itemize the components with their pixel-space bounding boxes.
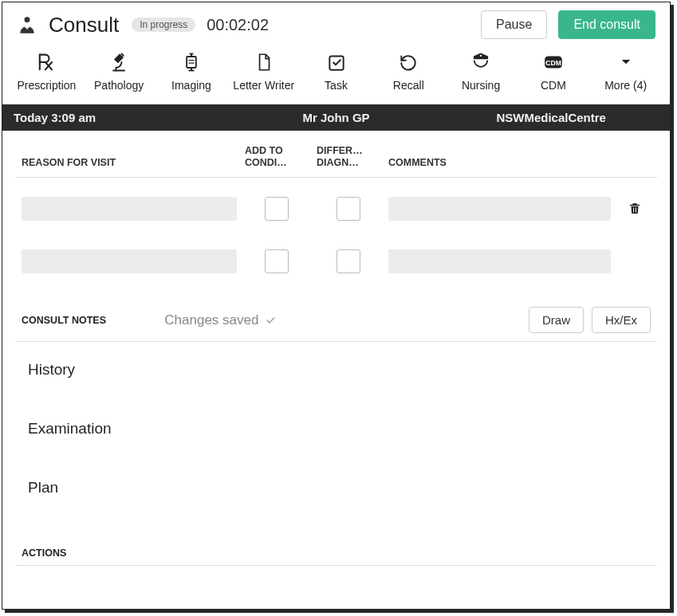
examination-field[interactable]: Examination [15, 401, 657, 460]
info-provider: Mr John GP [229, 111, 444, 124]
add-condition-checkbox[interactable] [265, 249, 289, 273]
add-condition-checkbox[interactable] [265, 197, 289, 221]
tool-more[interactable]: More (4) [589, 45, 662, 96]
microscope-icon [107, 50, 131, 74]
rx-icon [34, 50, 58, 74]
comments-input[interactable] [388, 249, 611, 273]
hx-ex-button[interactable]: Hx/Ex [592, 307, 651, 333]
cdm-icon: CDM [541, 50, 565, 74]
reason-input[interactable] [22, 249, 237, 273]
tool-label: Recall [393, 79, 424, 92]
delete-row-button[interactable] [619, 202, 651, 216]
rfv-body [15, 178, 657, 288]
tool-nursing[interactable]: Nursing [445, 45, 518, 96]
rfv-header-row: REASON FOR VISIT ADD TO CONDI… DIFFER… D… [15, 131, 657, 178]
info-time: Today 3:09 am [14, 111, 229, 124]
rfv-col-add: ADD TO CONDI… [245, 145, 309, 169]
diff-diagnosis-checkbox[interactable] [337, 249, 360, 273]
end-consult-button[interactable]: End consult [558, 10, 655, 39]
tool-label: Task [325, 79, 348, 92]
actions-section-label: ACTIONS [15, 519, 657, 566]
imaging-icon [179, 50, 203, 74]
tool-task[interactable]: Task [300, 45, 372, 96]
tool-imaging[interactable]: Imaging [155, 45, 228, 96]
tool-label: Pathology [94, 79, 144, 92]
draw-button[interactable]: Draw [529, 307, 584, 333]
tool-label: Nursing [462, 79, 500, 92]
status-badge: In progress [132, 18, 195, 32]
rfv-col-diff: DIFFER… DIAGN… [317, 145, 380, 169]
info-clinic: NSWMedicalCentre [443, 111, 659, 124]
svg-rect-8 [636, 208, 636, 213]
doctor-icon [17, 14, 37, 35]
svg-point-0 [25, 17, 30, 22]
tool-label: Letter Writer [233, 79, 294, 92]
chevron-down-icon [614, 50, 638, 74]
tool-label: Imaging [171, 79, 211, 92]
toolbar: Prescription Pathology Imaging Letter Wr… [2, 42, 670, 104]
consult-notes-label: CONSULT NOTES [22, 315, 106, 326]
tool-letter-writer[interactable]: Letter Writer [227, 45, 300, 96]
save-status: Changes saved [164, 312, 276, 328]
trash-icon [628, 202, 642, 216]
rfv-col-reason: REASON FOR VISIT [22, 157, 237, 169]
nursing-icon [469, 50, 493, 74]
header: Consult In progress 00:02:02 Pause End c… [2, 2, 670, 42]
svg-text:CDM: CDM [545, 59, 561, 67]
plan-field[interactable]: Plan [15, 460, 657, 519]
svg-rect-3 [187, 57, 196, 68]
content: REASON FOR VISIT ADD TO CONDI… DIFFER… D… [2, 131, 670, 609]
rfv-row [22, 182, 651, 235]
document-icon [252, 50, 276, 74]
tool-label: Prescription [17, 79, 76, 92]
page-title: Consult [49, 13, 119, 37]
notes-header: CONSULT NOTES Changes saved Draw Hx/Ex [15, 288, 657, 342]
tool-label: More (4) [604, 79, 647, 92]
comments-input[interactable] [388, 197, 611, 221]
reason-input[interactable] [22, 197, 237, 221]
check-icon [265, 315, 276, 326]
task-icon [325, 50, 348, 74]
pause-button[interactable]: Pause [481, 10, 547, 39]
history-field[interactable]: History [15, 342, 657, 401]
diff-diagnosis-checkbox[interactable] [337, 197, 360, 221]
save-status-text: Changes saved [164, 312, 258, 328]
consult-timer: 00:02:02 [207, 16, 269, 34]
tool-prescription[interactable]: Prescription [10, 45, 83, 96]
consult-window: Consult In progress 00:02:02 Pause End c… [2, 2, 671, 610]
rfv-row [22, 235, 651, 288]
tool-cdm[interactable]: CDM CDM [517, 45, 589, 96]
tool-pathology[interactable]: Pathology [83, 45, 155, 96]
info-bar: Today 3:09 am Mr John GP NSWMedicalCentr… [2, 104, 670, 131]
svg-rect-2 [25, 26, 29, 28]
recall-icon [396, 50, 420, 74]
tool-label: CDM [541, 79, 566, 92]
rfv-col-comments: COMMENTS [388, 157, 611, 169]
svg-rect-7 [633, 208, 634, 213]
tool-recall[interactable]: Recall [372, 45, 445, 96]
